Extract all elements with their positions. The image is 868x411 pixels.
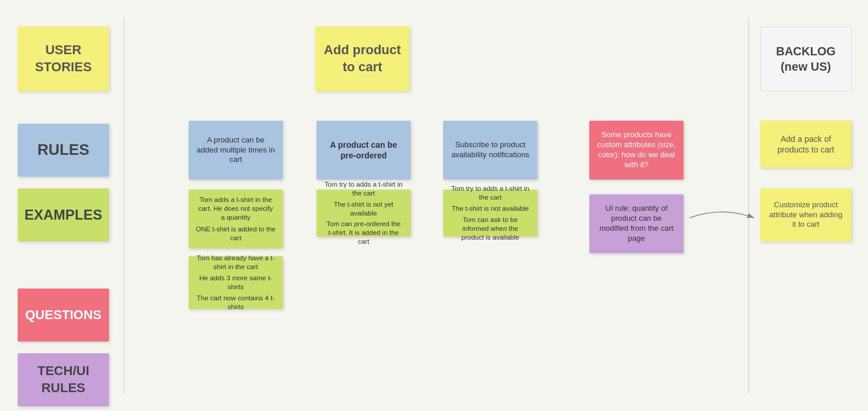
board: USER STORIES RULES EXAMPLES QUESTIONS TE… [0, 0, 868, 411]
example-4: Tom has already have a t-shirt in the ca… [189, 256, 283, 309]
divider-5 [748, 18, 749, 393]
rules-label: RULES [18, 124, 109, 177]
example-3: Tom try to adds a t-shirt in the cart Th… [443, 190, 537, 237]
rule-custom-attributes: Some products have custom attributes (si… [589, 121, 684, 180]
divider-1 [124, 18, 124, 393]
rule-add-pack: Add a pack of products to cart [760, 121, 852, 168]
rule-subscribe: Subscribe to product availability notifi… [443, 121, 537, 180]
customize-product-attribute: Customize product attribute when adding … [760, 188, 852, 241]
questions-label: QUESTIONS [18, 289, 109, 342]
example-1: Tom adds a t-shirt in the cart. He does … [189, 190, 283, 248]
example-2: Tom try to adds a t-shirt in the cart Th… [316, 190, 411, 237]
tech-ui-label: TECH/UI RULES [18, 353, 109, 406]
ui-rule-quantity: UI rule: quantity of product can be modi… [589, 194, 684, 253]
user-stories-label: USER STORIES [18, 26, 109, 91]
rule-multiple-times: A product can be added multiple times in… [189, 121, 283, 180]
examples-label: EXAMPLES [18, 188, 109, 241]
rule-preorder: A product can be pre-ordered [316, 121, 411, 180]
backlog-header: BACKLOG (new US) [760, 26, 852, 91]
add-product-header: Add product to cart [315, 26, 410, 91]
